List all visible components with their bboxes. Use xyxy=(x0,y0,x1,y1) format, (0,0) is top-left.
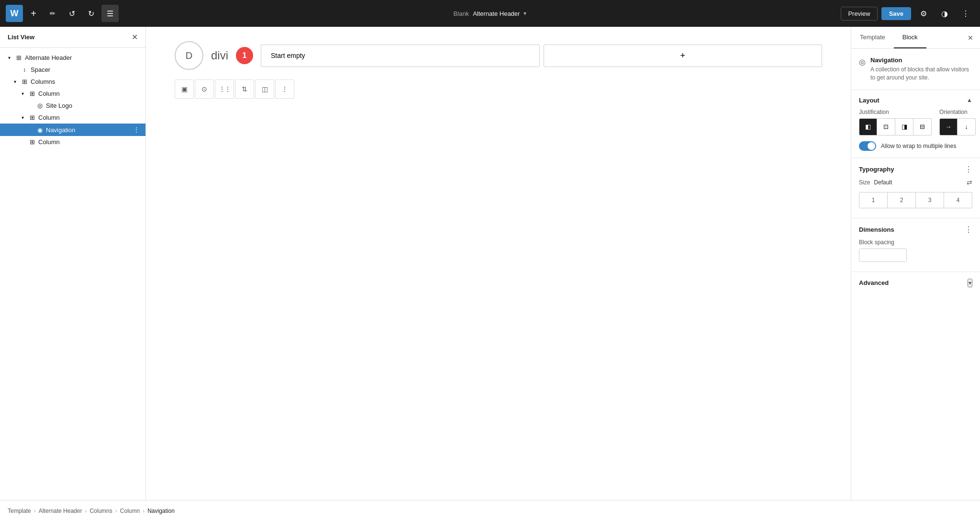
wp-logo-button[interactable]: W xyxy=(6,5,23,22)
typography-section: Typography ⋮ Size Default ⇄ 1 2 3 4 xyxy=(851,158,980,218)
wrap-row: Allow to wrap to multiple lines xyxy=(851,141,980,158)
orientation-group-col: Orientation → ↓ xyxy=(939,109,976,136)
typography-more-button[interactable]: ⋮ xyxy=(965,165,972,174)
breadcrumb-alternate-header[interactable]: Alternate Header xyxy=(39,508,82,514)
list-view-button[interactable]: ☰ xyxy=(101,5,119,22)
style-icon: ◑ xyxy=(941,9,948,18)
tree-view: ▾ ⊞ Alternate Header ↕ Spacer ▾ ⊞ Column… xyxy=(0,48,145,500)
tree-label: Columns xyxy=(31,78,55,85)
tree-item-column2[interactable]: ▾ ⊞ Column xyxy=(0,112,145,124)
wp-logo-icon: W xyxy=(11,9,19,19)
start-empty-button[interactable]: Start empty xyxy=(261,45,540,67)
pencil-icon: ✏ xyxy=(50,10,56,17)
advanced-section-title: Advanced xyxy=(859,279,889,286)
style-button[interactable]: ◑ xyxy=(936,5,953,22)
typography-section-header: Typography ⋮ xyxy=(851,158,980,179)
sidebar-title: List View xyxy=(8,34,34,41)
size-3-button[interactable]: 3 xyxy=(916,192,944,208)
navigation-more-button[interactable]: ⋮ xyxy=(133,126,140,134)
orient-horizontal-button[interactable]: → xyxy=(939,118,958,136)
nav-block-text: Navigation A collection of blocks that a… xyxy=(870,57,972,82)
breadcrumb-sep-4: › xyxy=(143,508,145,514)
wrap-label: Allow to wrap to multiple lines xyxy=(881,143,956,149)
tree-item-site-logo[interactable]: ◎ Site Logo xyxy=(0,100,145,112)
breadcrumb-sep-1: › xyxy=(34,508,36,514)
settings-button[interactable]: ⚙ xyxy=(915,5,932,22)
logo-text: divi xyxy=(211,49,228,62)
canvas-inner: D divi 1 Start empty + ▣ ⊙ ⋮⋮ xyxy=(146,27,851,500)
orientation-buttons: → ↓ xyxy=(939,118,976,136)
size-reset-button[interactable]: ⇄ xyxy=(967,179,972,186)
tab-template[interactable]: Template xyxy=(851,27,894,48)
tree-item-column1[interactable]: ▾ ⊞ Column xyxy=(0,88,145,100)
tree-item-columns[interactable]: ▾ ⊞ Columns xyxy=(0,76,145,88)
just-orient-cols: Justification ◧ ⊡ ◨ ⊟ Orientation → xyxy=(859,109,972,136)
add-new-block-button[interactable]: + xyxy=(544,45,823,67)
tree-item-spacer[interactable]: ↕ Spacer xyxy=(0,64,145,76)
list-view-icon: ☰ xyxy=(107,9,113,18)
panel-body: ◎ Navigation A collection of blocks that… xyxy=(851,49,980,500)
breadcrumb-template[interactable]: Template xyxy=(8,508,31,514)
sidebar-close-button[interactable]: ✕ xyxy=(132,33,138,42)
right-panel: Template Block ✕ ◎ Navigation A collecti… xyxy=(851,27,980,500)
site-logo: D xyxy=(175,41,203,70)
just-right-button[interactable]: ◨ xyxy=(895,118,913,136)
editor-canvas: D divi 1 Start empty + ▣ ⊙ ⋮⋮ xyxy=(146,27,851,500)
nav-block-info: ◎ Navigation A collection of blocks that… xyxy=(851,49,980,90)
size-row: Size Default ⇄ xyxy=(851,179,980,192)
align-icon: ◫ xyxy=(262,85,268,93)
advanced-chevron-button[interactable]: ▾ xyxy=(968,279,972,287)
layout-tool-button[interactable]: ▣ xyxy=(175,79,194,99)
spacing-input[interactable] xyxy=(859,249,907,261)
more-options-button[interactable]: ⋮ xyxy=(957,5,974,22)
block-spacing-label: Block spacing xyxy=(859,239,972,246)
tree-label: Site Logo xyxy=(46,102,72,109)
tree-item-alternate-header[interactable]: ▾ ⊞ Alternate Header xyxy=(0,52,145,64)
size-buttons-group: 1 2 3 4 xyxy=(851,192,980,214)
chevron-icon: ▾ xyxy=(6,55,12,60)
panel-close-button[interactable]: ✕ xyxy=(961,27,980,48)
wrap-toggle[interactable] xyxy=(859,141,876,151)
navigation-icon: ◉ xyxy=(35,126,44,134)
align-tool-button[interactable]: ◫ xyxy=(255,79,274,99)
panel-tabs: Template Block ✕ xyxy=(851,27,980,49)
plus-icon: + xyxy=(31,8,36,19)
blank-label: Blank xyxy=(454,10,469,17)
just-space-button[interactable]: ⊟ xyxy=(913,118,932,136)
step-badge: 1 xyxy=(236,47,253,64)
arrows-tool-button[interactable]: ⇅ xyxy=(235,79,254,99)
breadcrumb-columns[interactable]: Columns xyxy=(89,508,112,514)
dimensions-section: Dimensions ⋮ Block spacing PX xyxy=(851,218,980,272)
just-center-button[interactable]: ⊡ xyxy=(877,118,895,136)
tab-block[interactable]: Block xyxy=(894,27,926,48)
toolbar: W + ✏ ↺ ↻ ☰ Blank Alternate Header ▾ Pre… xyxy=(0,0,980,27)
breadcrumb-column[interactable]: Column xyxy=(120,508,140,514)
breadcrumb-navigation[interactable]: Navigation xyxy=(147,508,175,514)
orient-vertical-button[interactable]: ↓ xyxy=(958,118,976,136)
redo-button[interactable]: ↻ xyxy=(82,5,100,22)
editor-title: Alternate Header xyxy=(473,10,520,17)
layout-section-toggle[interactable]: ▲ xyxy=(967,97,972,103)
more-tool-button[interactable]: ⋮ xyxy=(275,79,294,99)
tree-item-navigation[interactable]: ◉ Navigation ⋮ xyxy=(0,124,145,136)
preview-button[interactable]: Preview xyxy=(841,7,877,21)
save-button[interactable]: Save xyxy=(881,7,911,20)
size-4-button[interactable]: 4 xyxy=(944,192,972,208)
dimensions-section-title: Dimensions xyxy=(859,226,894,233)
layout-section-header: Layout ▲ xyxy=(851,90,980,109)
size-2-button[interactable]: 2 xyxy=(888,192,916,208)
drag-tool-button[interactable]: ⋮⋮ xyxy=(215,79,234,99)
size-label: Size xyxy=(859,179,870,186)
title-chevron-button[interactable]: ▾ xyxy=(523,10,526,17)
just-left-button[interactable]: ◧ xyxy=(859,118,877,136)
tools-button[interactable]: ✏ xyxy=(44,5,61,22)
undo-button[interactable]: ↺ xyxy=(63,5,80,22)
add-block-button[interactable]: + xyxy=(25,5,42,22)
dimensions-more-button[interactable]: ⋮ xyxy=(965,225,972,234)
size-1-button[interactable]: 1 xyxy=(859,192,888,208)
chevron-icon: ▾ xyxy=(19,115,26,120)
justification-group-col: Justification ◧ ⊡ ◨ ⊟ xyxy=(859,109,932,136)
settings-tool-button[interactable]: ⊙ xyxy=(195,79,214,99)
tree-item-column3[interactable]: ⊞ Column xyxy=(0,136,145,148)
canvas-header: D divi 1 Start empty + xyxy=(175,41,822,70)
